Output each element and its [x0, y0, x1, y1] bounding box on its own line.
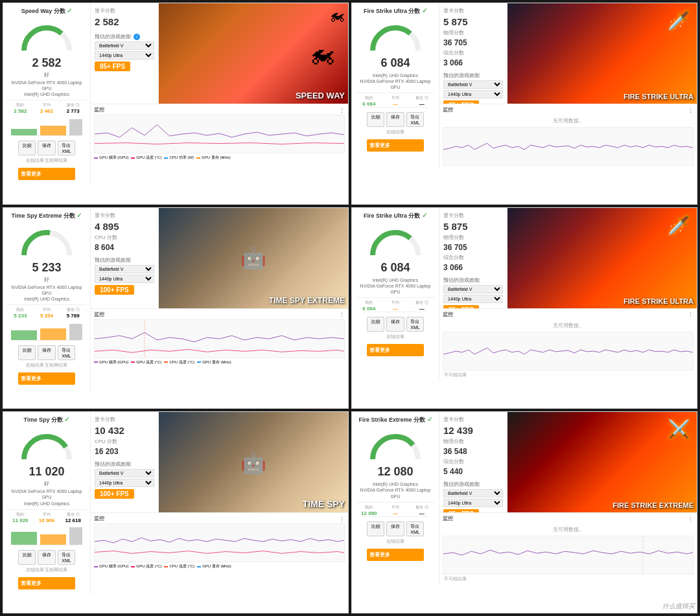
fse-run-btn[interactable]: 查看更多	[367, 549, 424, 561]
fse-res-select[interactable]: 1440p Ultra	[443, 499, 503, 507]
fs2-game-select[interactable]: Battlefield V	[443, 285, 503, 293]
firestrike-extreme-panel: Fire Strike Extreme 分数 ✓ 12 080 Intel(R)…	[351, 411, 697, 613]
speedway-run-btn[interactable]: 查看更多	[18, 168, 75, 180]
fs2-compare-btn[interactable]: 比较	[367, 317, 384, 332]
speedway-gpu: NVIDIA GeForce RTX 4060 Laptop GPU Intel…	[7, 80, 86, 97]
speedway-xml-btn[interactable]: 导出 XML	[58, 141, 75, 155]
firestrike-ultra-2-panel: Fire Strike Ultra 分数 ✓ 6 084 Intel(R) UH…	[351, 207, 697, 409]
speedway-compare-btn[interactable]: 比较	[18, 141, 36, 155]
fs1-compare-btn[interactable]: 比较	[367, 112, 384, 127]
ts-fps: 100+ FPS	[95, 489, 134, 499]
fs1-monitor-menu[interactable]: ⋮	[688, 108, 694, 114]
speedway-res-select[interactable]: 1440p Ultra	[95, 51, 154, 60]
timespy-middle: 显卡分数 10 432 CPU 分数 16 203 预估的游戏效能 Battle…	[91, 412, 348, 595]
firestrike-ultra-1-gauge	[366, 18, 425, 54]
firestrike-ultra-2-score-section: Fire Strike Ultra 分数 ✓ 6 084 Intel(R) UH…	[352, 208, 439, 382]
firestrike-ultra-1-title: Fire Strike Ultra 分数 ✓	[356, 7, 435, 16]
fse-compare-btn[interactable]: 比较	[367, 521, 384, 536]
firestrike-ultra-2-middle: 显卡分数 5 875 物理分数 36 705 综合分数 3 066 预估的游戏效…	[439, 208, 697, 382]
firestrike-ultra-1-score-section: Fire Strike Ultra 分数 ✓ 6 084 Intel(R) UH…	[352, 3, 439, 168]
fs2-online-result: 不可线结果	[443, 371, 694, 380]
firestrike-ultra-1-actions: 比较 保存 导出 XML 在线结果 查看更多	[363, 107, 428, 154]
timespy-extreme-gauge	[18, 223, 76, 258]
tse-xml-btn[interactable]: 导出 XML	[58, 345, 75, 360]
tse-run-btn[interactable]: 查看更多	[18, 372, 75, 385]
speedway-scores-detail: 显卡分数 2 582 预估的游戏效能 i Battlefield V 1	[91, 3, 159, 104]
speedway-title: Speed Way 分数 ✓	[7, 7, 86, 16]
speedway-graph	[94, 115, 345, 154]
tse-compare-btn[interactable]: 比较	[18, 345, 36, 360]
firestrike-ultra-1-big-score: 6 084	[380, 56, 410, 70]
firestrike-extreme-image: FIRE STRIKE EXTREME ⚔️	[508, 412, 697, 512]
ts-save-btn[interactable]: 保存	[38, 550, 55, 565]
timespy-big-score: 11 020	[29, 465, 64, 479]
fs2-xml-btn[interactable]: 导出 XML	[406, 317, 424, 332]
fse-actions: 比较 保存 导出 XML 在线结果 查看更多	[363, 516, 428, 563]
tse-save-btn[interactable]: 保存	[38, 345, 55, 360]
ts-res-select[interactable]: 1440p Ultra	[95, 479, 154, 487]
firestrike-extreme-gpu: Intel(R) UHD Graphics NVIDIA GeForce RTX…	[356, 481, 435, 499]
fs2-no-data: 无可用数据。	[443, 319, 694, 332]
tse-game-select[interactable]: Battlefield V	[95, 265, 154, 273]
speedway-game-select[interactable]: Battlefield V	[95, 41, 154, 50]
firestrike-ultra-2-gpu: Intel(R) UHD Graphics NVIDIA GeForce RTX…	[356, 277, 435, 295]
fs2-save-btn[interactable]: 保存	[386, 317, 404, 332]
tse-online: 在线结果 互联网结果	[18, 362, 75, 369]
timespy-extreme-score-row: 我的 5 233 平均 5 254 最佳 ① 5 789	[7, 304, 86, 319]
firestrike-extreme-title: Fire Strike Extreme 分数 ✓	[356, 416, 435, 424]
speedway-check: ✓	[67, 7, 72, 14]
timespy-mini-chart	[7, 525, 86, 545]
fse-save-btn[interactable]: 保存	[386, 521, 404, 536]
ts-game-icon: 🤖	[240, 450, 266, 475]
fse-game-select[interactable]: Battlefield V	[443, 489, 503, 497]
speedway-monitor-menu[interactable]: ⋮	[339, 108, 345, 114]
tse-res-select[interactable]: 1440p Ultra	[95, 275, 154, 283]
firestrike-extreme-big-score: 12 080	[377, 465, 413, 479]
tse-fps: 100+ FPS	[95, 285, 134, 295]
firestrike-ultra-1-middle: 显卡分数 5 875 物理分数 36 705 综合分数 3 066 预估的游戏效…	[439, 3, 697, 168]
speedway-mini-chart	[7, 116, 86, 135]
ts-run-btn[interactable]: 查看更多	[18, 577, 75, 589]
timespy-title: Time Spy 分数 ✓	[7, 416, 86, 424]
timespy-extreme-middle: 显卡分数 4 895 CPU 分数 8 604 预估的游戏效能 Battlefi…	[91, 208, 348, 391]
tse-bench-name: TIME SPY EXTREME	[269, 296, 345, 305]
timespy-gauge	[18, 427, 76, 462]
timespy-extreme-gpu: NVIDIA GeForce RTX 4060 Laptop GPU Intel…	[7, 284, 86, 302]
fs2-res-select[interactable]: 1440p Ultra	[443, 295, 503, 303]
timespy-graph	[94, 523, 345, 562]
timespy-extreme-title: Time Spy Extreme 分数 ✓	[7, 212, 86, 220]
fs2-monitor-menu[interactable]: ⋮	[688, 312, 694, 318]
timespy-extreme-monitor: 监控 ⋮ GPU 频率 (GPU) GPU 温度 (°C) CPU 温度	[91, 308, 348, 391]
fs1-xml-btn[interactable]: 导出 XML	[406, 112, 424, 127]
firestrike-ultra-2-image: FIRE STRIKE ULTRA 🗡️	[508, 208, 697, 308]
timespy-extreme-big-score: 5 233	[32, 261, 61, 275]
tse-monitor-menu[interactable]: ⋮	[339, 312, 345, 318]
firestrike-ultra-1-graph	[443, 127, 694, 166]
fse-monitor-menu[interactable]: ⋮	[688, 516, 694, 523]
speedway-save-btn[interactable]: 保存	[38, 141, 55, 155]
ts-monitor-menu[interactable]: ⋮	[339, 516, 345, 523]
fse-xml-btn[interactable]: 导出 XML	[406, 521, 424, 536]
firestrike-extreme-scores-detail: 显卡分数 12 439 物理分数 36 548 综合分数 5 440 预估的游戏…	[439, 412, 508, 512]
ts-compare-btn[interactable]: 比较	[18, 550, 36, 565]
fs1-save-btn[interactable]: 保存	[386, 112, 404, 127]
fs1-game-select[interactable]: Battlefield V	[443, 80, 503, 89]
watermark: 什么值得买	[662, 602, 695, 611]
fs1-res-select[interactable]: 1440p Ultra	[443, 90, 503, 98]
timespy-extreme-legend: GPU 频率 (GPU) GPU 温度 (°C) CPU 温度 (°C) GPU…	[94, 359, 345, 365]
timespy-score-section: Time Spy 分数 ✓ 11 020 好 NVIDIA GeForce RT…	[3, 412, 91, 595]
ts-game-select[interactable]: Battlefield V	[95, 469, 154, 477]
fs2-run-btn[interactable]: 查看更多	[367, 344, 424, 356]
speedway-score-row: 我的 2 582 平均 2 462 最佳 ① 2 773	[7, 100, 86, 114]
fs2-bench-name: FIRE STRIKE ULTRA	[624, 297, 694, 305]
speedway-game-icon: 🏍	[329, 6, 345, 25]
svg-rect-5	[69, 324, 82, 340]
fs1-run-btn[interactable]: 查看更多	[367, 139, 424, 152]
firestrike-ultra-1-image: FIRE STRIKE ULTRA 🗡️	[508, 3, 697, 104]
speedway-scores-image: 显卡分数 2 582 预估的游戏效能 i Battlefield V 1	[91, 3, 348, 104]
fse-online-result: 不可线结果	[443, 575, 694, 584]
fs1-online: 在线结果	[367, 129, 424, 135]
firestrike-ultra-2-big-score: 6 084	[380, 261, 410, 275]
ts-xml-btn[interactable]: 导出 XML	[58, 550, 75, 565]
timespy-extreme-image: TIME SPY EXTREME 🤖	[159, 208, 348, 308]
